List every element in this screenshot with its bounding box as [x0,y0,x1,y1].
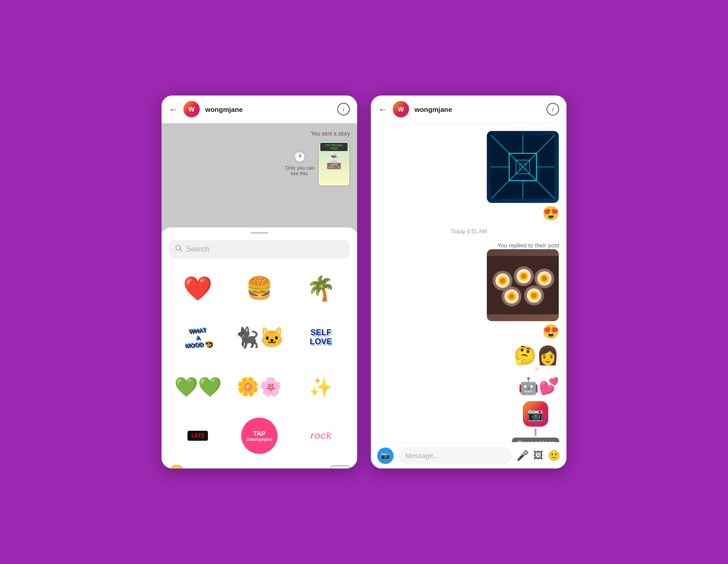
emoji-reaction-1: 😍 [542,205,559,221]
phones-container: ← W wongmjane i You sent a story 🕐 Only … [162,96,566,468]
svg-point-30 [509,294,514,299]
message-neon-image: 😍 [378,131,559,221]
camera-button[interactable]: 📷 [377,448,394,464]
camera-icon: 📷 [381,451,390,460]
instagram-logo-sticker: 📷 [523,401,548,427]
story-seen: 🕐 Only you can see this. [285,151,314,176]
sticker-black-cats[interactable]: 🐈‍⬛🐱 [230,315,288,360]
sticker-sparkle[interactable]: ✨ [292,364,350,409]
sticker-green-hearts[interactable]: 💚💚 [169,364,227,409]
input-icons: 🎤 🖼 🙂 [516,450,560,462]
sticker-rock[interactable]: rock [292,413,350,458]
gif-button[interactable]: GIF [331,465,350,468]
story-bubble: 🕐 Only you can see this. I'M TRYING THIS… [285,141,350,186]
svg-line-1 [180,250,182,252]
panel-handle [250,232,268,234]
gallery-icon[interactable]: 🖼 [533,450,543,462]
back-button[interactable]: ← [169,104,178,115]
left-chat-header: ← W wongmjane i [162,96,357,123]
emoji-reaction-2: 😍 [542,323,559,339]
sticker-burger[interactable]: 🍔 [230,266,288,311]
sticker-what-mood[interactable]: WHATAMOOD 😎 [169,315,227,360]
svg-point-26 [541,276,547,281]
sticker-panel: Search ❤️ 🍔 🌴 WHATAMOOD 😎 🐈‍⬛🐱 [162,227,357,468]
svg-point-34 [531,293,537,298]
only-you-text: Only you can see this. [285,165,314,176]
sticker-palm-tree[interactable]: 🌴 [292,266,350,311]
right-phone: ← W wongmjane i [371,96,566,468]
wongmjane-tag: @wongmjane [512,438,559,442]
mic-icon[interactable]: 🎤 [516,450,529,462]
message-input[interactable]: Message... [398,447,512,464]
sticker-daisies[interactable]: 🌼🌸 [230,364,288,409]
sticker-input-icon[interactable]: 🙂 [548,450,560,462]
avatar: W [183,101,200,117]
sticker-girl-thinking: 🤔👩 ✨ [378,345,559,371]
message-replied-post: You replied to their post [378,242,559,339]
chat-input-bar: 📷 Message... 🎤 🖼 🙂 [371,442,566,468]
left-phone: ← W wongmjane i You sent a story 🕐 Only … [162,96,357,468]
search-icon [175,245,182,254]
story-thumbnail: I'M TRYING THIS! ☕ CAFFÈLATTESSO [318,141,350,186]
search-input-placeholder: Search [186,245,209,253]
right-avatar: W [393,101,409,117]
svg-point-22 [521,273,526,279]
message-timestamp: Today 4:51 AM [378,228,559,235]
right-chat-header: ← W wongmjane i [371,96,566,123]
svg-point-18 [500,278,506,283]
sticker-heart-red[interactable]: ❤️ [169,266,227,311]
neon-image [486,131,559,203]
story-sent-label: You sent a story [311,131,350,137]
replied-to-label: You replied to their post [497,242,559,249]
chat-messages-right: 😍 Today 4:51 AM You replied to their pos… [371,123,566,442]
sticker-late[interactable]: LATE [169,413,227,458]
robot-sticker-emoji: 🤖💕 [518,377,559,395]
stickers-grid: ❤️ 🍔 🌴 WHATAMOOD 😎 🐈‍⬛🐱 SELFLOVE [169,266,350,458]
history-icon: 🕐 [293,151,307,163]
chat-messages-top: You sent a story 🕐 Only you can see this… [162,123,357,232]
search-bar[interactable]: Search [169,240,350,258]
girl-sticker-emoji: 🤔👩 [514,345,559,366]
username-label: wongmjane [205,106,332,113]
stand-pole [535,428,536,436]
right-back-button[interactable]: ← [378,104,387,115]
left-phone-chat-top: ← W wongmjane i You sent a story 🕐 Only … [162,96,357,232]
sticker-category-icon[interactable]: 🙂 [169,464,185,468]
girl-sticker-label: ✨ [534,366,539,371]
sticker-self-love[interactable]: SELFLOVE [292,315,350,360]
sticker-instagram-stand: 📷 @wongmjane [378,401,559,442]
right-username-label: wongmjane [415,106,541,113]
sticker-tap-wongmjane[interactable]: TAP @wongmjane [230,413,288,458]
info-icon[interactable]: i [337,103,350,116]
food-image [486,249,559,322]
panel-bottom-row: 🙂 GIF [169,462,350,468]
right-info-icon[interactable]: i [546,103,559,116]
sticker-robot: 🤖💕 [378,377,559,396]
